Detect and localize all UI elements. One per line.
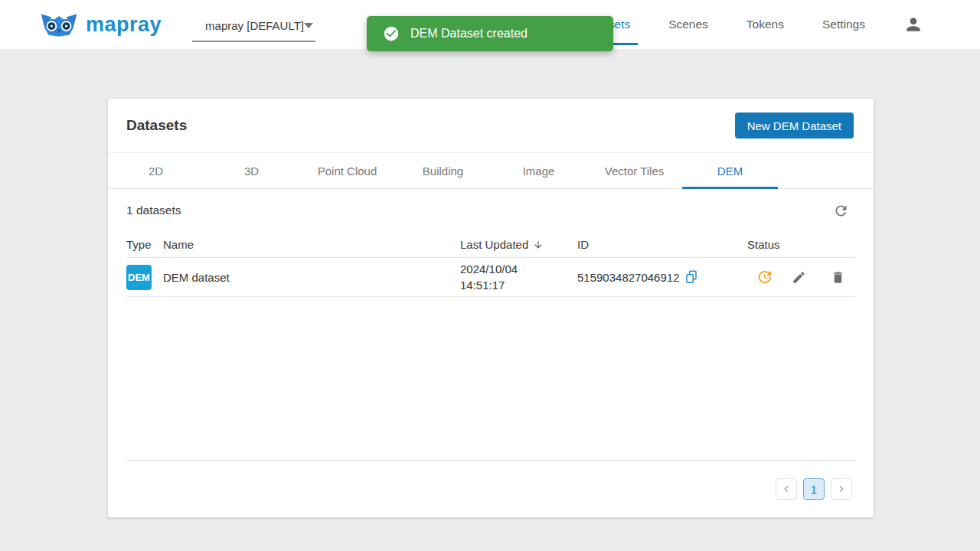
page-1-button[interactable]: 1 — [803, 478, 825, 500]
toast-message: DEM Dataset created — [410, 27, 528, 41]
tab-image[interactable]: Image — [491, 153, 586, 188]
copy-id-button[interactable] — [684, 269, 698, 285]
cell-name: DEM dataset — [163, 271, 460, 284]
status-processing-button[interactable] — [756, 269, 773, 285]
column-header-name: Name — [163, 238, 460, 251]
chevron-down-icon — [304, 23, 313, 28]
pagination: 1 — [108, 461, 874, 517]
table-header-row: Type Name Last Updated ID Status — [126, 232, 855, 258]
dataset-count: 1 datasets — [126, 204, 181, 217]
cell-last-updated: 2024/10/04 14:51:17 — [460, 261, 577, 293]
list-toolbar: 1 datasets — [108, 189, 874, 232]
edit-button[interactable] — [792, 270, 806, 285]
column-header-status: Status — [747, 238, 855, 251]
workspace-selector-value: mapray [DEFAULT] — [205, 19, 304, 32]
dataset-id-value: 5159034827046912 — [577, 271, 679, 284]
page-title: Datasets — [126, 117, 187, 134]
tab-point-cloud[interactable]: Point Cloud — [299, 153, 395, 188]
column-header-last-updated-label: Last Updated — [460, 238, 528, 251]
cell-status — [747, 269, 855, 285]
previous-page-button[interactable] — [776, 478, 797, 500]
nav-item-settings[interactable]: Settings — [822, 0, 865, 49]
dataset-type-tabs: 2D 3D Point Cloud Building Image Vector … — [108, 152, 874, 189]
owl-logo-icon — [39, 8, 79, 41]
refresh-icon — [833, 203, 849, 219]
check-circle-icon — [383, 25, 400, 42]
tab-vector-tiles[interactable]: Vector Tiles — [586, 153, 682, 188]
column-header-type: Type — [126, 238, 163, 251]
update-clock-icon — [756, 269, 773, 285]
workspace-selector[interactable]: mapray [DEFAULT] — [192, 16, 315, 42]
next-page-button[interactable] — [831, 478, 852, 500]
refresh-button[interactable] — [833, 203, 855, 219]
nav-item-tokens[interactable]: Tokens — [746, 0, 784, 49]
tab-dem[interactable]: DEM — [682, 153, 778, 188]
brand-logo[interactable]: mapray — [39, 8, 162, 41]
toast-notification: DEM Dataset created — [367, 16, 613, 51]
cell-type: DEM — [126, 265, 163, 290]
brand-wordmark: mapray — [86, 13, 162, 37]
chevron-right-icon — [835, 483, 848, 495]
empty-list-area — [108, 297, 874, 460]
account-button[interactable] — [903, 15, 923, 34]
cell-id: 5159034827046912 — [577, 269, 747, 285]
column-header-last-updated[interactable]: Last Updated — [460, 238, 577, 251]
tab-2d[interactable]: 2D — [108, 153, 204, 188]
person-icon — [903, 15, 923, 34]
dem-type-badge: DEM — [126, 265, 152, 290]
tab-building[interactable]: Building — [395, 153, 491, 188]
table-row: DEM DEM dataset 2024/10/04 14:51:17 5159… — [126, 258, 855, 297]
column-header-id: ID — [577, 238, 747, 251]
datasets-card: Datasets New DEM Dataset 2D 3D Point Clo… — [108, 99, 874, 517]
card-header: Datasets New DEM Dataset — [108, 99, 874, 152]
sort-arrow-down-icon — [533, 240, 544, 250]
nav-item-scenes[interactable]: Scenes — [668, 0, 708, 49]
last-updated-value: 2024/10/04 14:51:17 — [460, 261, 537, 293]
main-nav: Datasets Scenes Tokens Settings — [583, 0, 923, 49]
tab-3d[interactable]: 3D — [204, 153, 299, 188]
new-dem-dataset-button[interactable]: New DEM Dataset — [735, 112, 854, 139]
trash-icon — [831, 270, 845, 285]
pencil-icon — [792, 270, 806, 285]
chevron-left-icon — [780, 483, 792, 495]
delete-button[interactable] — [831, 270, 845, 285]
